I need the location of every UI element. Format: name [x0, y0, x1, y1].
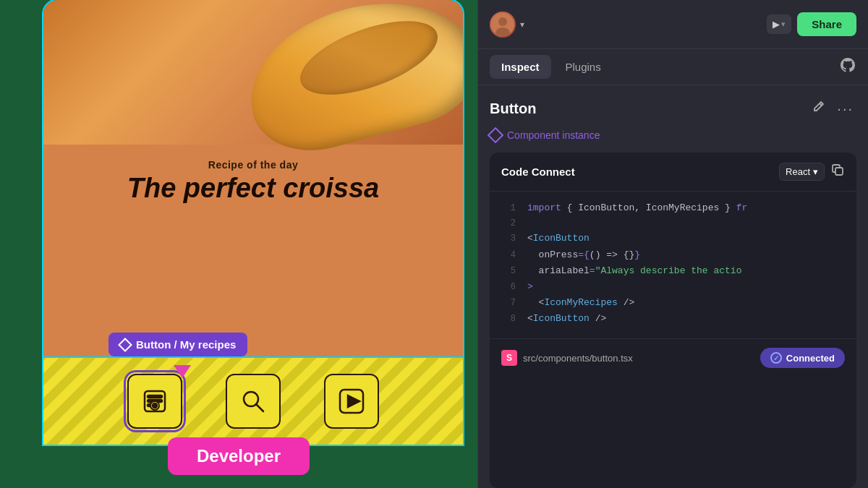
recipe-title: The perfect croissa	[65, 174, 441, 204]
user-dropdown[interactable]: ▾	[490, 12, 524, 38]
play-icon: ▶	[773, 19, 780, 30]
user-chevron-icon: ▾	[520, 20, 524, 30]
framework-chevron-icon: ▾	[813, 166, 818, 177]
code-line-7: 7 <IconMyRecipes />	[490, 295, 856, 311]
code-connect-title: Code Connect	[501, 166, 575, 178]
github-icon[interactable]	[839, 56, 856, 78]
card-content: Recipe of the day The perfect croissa	[43, 145, 463, 218]
play-icon	[336, 385, 367, 417]
code-block: 1 import { IconButton, IconMyRecipes } f…	[490, 192, 856, 335]
dev-badge: Developer	[168, 437, 310, 475]
play-button[interactable]: ▶ ▾	[767, 14, 791, 34]
component-diamond-icon	[488, 127, 504, 144]
file-info: S src/components/button.tsx	[501, 350, 633, 366]
edit-icon[interactable]	[808, 97, 828, 121]
component-tooltip: Button / My recipes	[109, 333, 247, 356]
element-header: Button ···	[478, 85, 868, 127]
search-button[interactable]	[226, 374, 281, 429]
share-button[interactable]: Share	[797, 12, 856, 36]
copy-svg	[830, 163, 845, 177]
code-connect-block: Code Connect React ▾ 1 import { IconButt…	[490, 153, 856, 488]
canvas-area: Recipe of the day The perfect croissa	[0, 0, 477, 488]
svg-rect-1	[148, 395, 162, 398]
connected-label: Connected	[786, 353, 835, 364]
top-bar-right: ▶ ▾ Share	[767, 12, 856, 36]
code-connect-right: React ▾	[779, 163, 845, 181]
more-icon[interactable]: ···	[834, 98, 856, 120]
code-line-1: 1 import { IconButton, IconMyRecipes } f…	[490, 200, 856, 216]
recipe-label: Recipe of the day	[65, 159, 441, 171]
play-chevron-icon: ▾	[781, 20, 786, 29]
element-actions: ···	[808, 97, 856, 121]
avatar-face	[491, 13, 514, 36]
search-icon	[237, 385, 269, 417]
svg-point-12	[498, 17, 507, 26]
code-line-4: 4 onPress={() => {}}	[490, 247, 856, 263]
edit-svg	[811, 100, 825, 114]
recipes-icon	[139, 385, 171, 417]
design-card: Recipe of the day The perfect croissa	[43, 0, 463, 376]
svg-rect-14	[835, 168, 843, 175]
cursor-arrow	[174, 365, 191, 378]
element-title: Button	[490, 100, 536, 117]
github-svg	[839, 56, 856, 74]
connected-badge: ✓ Connected	[760, 348, 845, 368]
code-line-2: 2	[490, 216, 856, 231]
copy-icon[interactable]	[830, 163, 845, 181]
component-instance: Component instance	[478, 127, 868, 153]
tab-inspect[interactable]: Inspect	[490, 55, 551, 79]
code-connect-header: Code Connect React ▾	[490, 153, 856, 192]
play-button[interactable]	[324, 374, 379, 429]
svg-line-8	[256, 404, 263, 411]
avatar-svg	[491, 13, 514, 36]
code-footer: S src/components/button.tsx ✓ Connected	[490, 338, 856, 377]
avatar	[490, 12, 516, 38]
inspector-panel: ▾ ▶ ▾ Share Inspect Plugins Button	[477, 0, 868, 488]
top-bar: ▾ ▶ ▾ Share	[478, 0, 868, 49]
framework-label: React	[786, 166, 810, 177]
diamond-icon	[118, 338, 132, 352]
tabs: Inspect Plugins	[490, 55, 613, 79]
check-circle-icon: ✓	[770, 352, 782, 364]
croissant-image	[43, 0, 463, 145]
tooltip-text: Button / My recipes	[136, 338, 236, 351]
svg-point-6	[154, 405, 156, 407]
storybook-icon: S	[501, 350, 517, 366]
code-line-6: 6 >	[490, 279, 856, 295]
svg-marker-10	[348, 395, 359, 407]
recipe-button[interactable]	[127, 374, 182, 429]
framework-dropdown[interactable]: React ▾	[779, 163, 825, 181]
code-line-8: 8 <IconButton />	[490, 311, 856, 327]
tab-plugins[interactable]: Plugins	[554, 55, 613, 79]
tab-bar: Inspect Plugins	[478, 49, 868, 85]
code-line-3: 3 <IconButton	[490, 231, 856, 247]
button-bar	[43, 358, 463, 445]
component-instance-label: Component instance	[507, 129, 600, 141]
code-line-5: 5 ariaLabel="Always describe the actio	[490, 263, 856, 279]
file-path: src/components/button.tsx	[523, 353, 633, 364]
